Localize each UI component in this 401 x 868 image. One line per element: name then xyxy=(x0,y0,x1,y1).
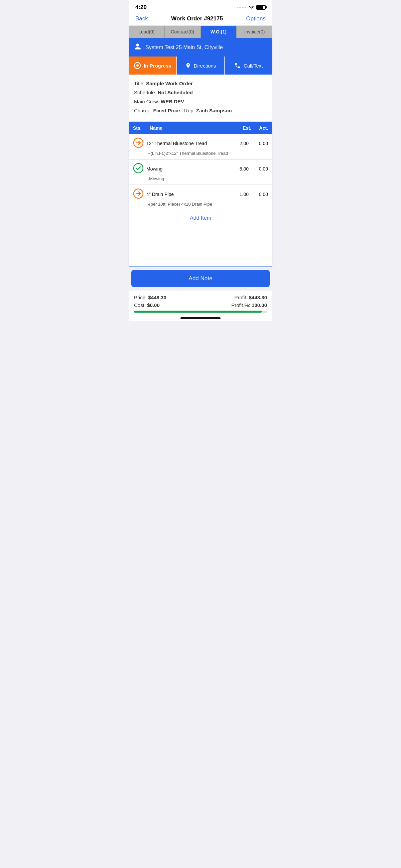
tabs-bar: Lead(0) Contract(0) W.O.(1) Invoice(0) xyxy=(129,26,272,38)
progress-bar-container xyxy=(134,311,267,313)
profit-pct-label: Profit %: xyxy=(231,302,250,308)
price-value: $448.30 xyxy=(148,294,166,300)
rep-value: Zach Sampson xyxy=(196,108,232,113)
directions-icon xyxy=(185,62,191,69)
th-est: Est. xyxy=(233,125,251,131)
cost-value: $0.00 xyxy=(147,302,160,308)
status-bar: 4:20 xyxy=(129,0,272,12)
charge-label: Charge: xyxy=(134,108,152,113)
empty-area xyxy=(129,226,272,266)
profit-pct-value: 100.00 xyxy=(252,302,267,308)
status-icons xyxy=(237,5,266,10)
crew-label: Main Crew: xyxy=(134,99,159,104)
home-bar xyxy=(180,317,221,319)
tab-contract[interactable]: Contract(0) xyxy=(165,26,201,38)
items-table: Sts. Name Est. Act. 12" Thermal Blueston… xyxy=(129,122,272,267)
title-value: Sample Work Order xyxy=(146,81,193,86)
back-button[interactable]: Back xyxy=(135,16,148,22)
charge-row: Charge: Fixed Price Rep: Zach Sampson xyxy=(134,107,267,114)
customer-icon xyxy=(134,43,141,52)
crew-row: Main Crew: WEB DEV xyxy=(134,98,267,105)
item-name-3: 4" Drain Pipe xyxy=(146,192,228,197)
schedule-row: Schedule: Not Scheduled xyxy=(134,89,267,96)
price-label: Price: xyxy=(134,294,147,300)
customer-banner[interactable]: System Test 25 Main St, Cityville xyxy=(129,38,272,57)
svg-point-3 xyxy=(134,163,143,173)
phone-icon xyxy=(234,62,241,69)
battery-icon xyxy=(256,5,266,10)
status-icon-1 xyxy=(133,137,144,150)
progress-bar-fill xyxy=(134,311,262,313)
profit-value: $448.30 xyxy=(249,294,267,300)
in-progress-label: In Progress xyxy=(144,63,171,68)
status-icon-2 xyxy=(133,163,144,175)
th-name: Name xyxy=(150,125,233,131)
wifi-icon xyxy=(248,5,254,10)
cost-label: Cost: xyxy=(134,302,146,308)
item-est-3: 1.00 xyxy=(230,192,248,197)
nav-bar: Back Work Order #92175 Options xyxy=(129,12,272,26)
action-buttons: In Progress Directions Call/Text xyxy=(129,57,272,74)
tab-wo[interactable]: W.O.(1) xyxy=(201,26,237,38)
price-item: Price: $448.30 xyxy=(134,294,201,300)
item-desc-1: --(Lin.Ft.)2"x12" Thermal Bluestone Trea… xyxy=(133,151,268,156)
profit-item: Profit: $448.30 xyxy=(201,294,267,300)
profit-label: Profit: xyxy=(234,294,247,300)
crew-value: WEB DEV xyxy=(161,99,184,104)
in-progress-button[interactable]: In Progress xyxy=(129,57,176,74)
customer-name: System Test 25 Main St, Cityville xyxy=(145,44,223,51)
status-icon-3 xyxy=(133,188,144,200)
directions-label: Directions xyxy=(194,63,216,68)
status-time: 4:20 xyxy=(135,4,147,11)
th-status: Sts. xyxy=(133,125,150,131)
schedule-label: Schedule: xyxy=(134,90,156,95)
rep-label: Rep: xyxy=(184,108,195,113)
item-act-2: 0.00 xyxy=(251,166,268,172)
table-row[interactable]: 4" Drain Pipe 1.00 0.00 -(per 10ft. Piec… xyxy=(129,185,272,210)
item-desc-2: -Mowing xyxy=(133,176,268,181)
page-title: Work Order #92175 xyxy=(171,16,223,22)
call-text-label: Call/Text xyxy=(244,63,263,68)
item-desc-3: -(per 10ft. Piece) 4x10 Drain Pipe xyxy=(133,202,268,207)
title-label: Title: xyxy=(134,81,145,86)
pricing-section: Price: $448.30 Profit: $448.30 Cost: $0.… xyxy=(129,290,272,314)
item-act-3: 0.00 xyxy=(251,192,268,197)
table-row[interactable]: 12" Thermal Bluestone Tread 2.00 0.00 --… xyxy=(129,134,272,159)
in-progress-icon xyxy=(134,62,141,69)
add-item-row[interactable]: Add Item xyxy=(129,210,272,226)
item-act-1: 0.00 xyxy=(251,141,268,146)
item-est-2: 5.00 xyxy=(230,166,248,172)
item-name-1: 12" Thermal Bluestone Tread xyxy=(146,141,228,146)
tab-invoice[interactable]: Invoice(0) xyxy=(237,26,272,38)
add-note-button[interactable]: Add Note xyxy=(131,270,270,287)
home-indicator xyxy=(129,314,272,321)
table-header: Sts. Name Est. Act. xyxy=(129,122,272,134)
profit-pct-item: Profit %: 100.00 xyxy=(201,302,267,308)
charge-value: Fixed Price xyxy=(154,108,180,113)
schedule-value: Not Scheduled xyxy=(158,90,193,95)
item-name-2: Mowing xyxy=(146,166,228,172)
cost-item: Cost: $0.00 xyxy=(134,302,201,308)
title-row: Title: Sample Work Order xyxy=(134,80,267,87)
signal-icon xyxy=(237,7,246,8)
table-row[interactable]: Mowing 5.00 0.00 -Mowing xyxy=(129,159,272,185)
tab-lead[interactable]: Lead(0) xyxy=(129,26,165,38)
info-section: Title: Sample Work Order Schedule: Not S… xyxy=(129,74,272,122)
directions-button[interactable]: Directions xyxy=(176,57,225,74)
options-button[interactable]: Options xyxy=(246,16,266,22)
add-item-button[interactable]: Add Item xyxy=(190,215,211,221)
th-act: Act. xyxy=(251,125,268,131)
call-text-button[interactable]: Call/Text xyxy=(225,57,272,74)
item-est-1: 2.00 xyxy=(230,141,248,146)
